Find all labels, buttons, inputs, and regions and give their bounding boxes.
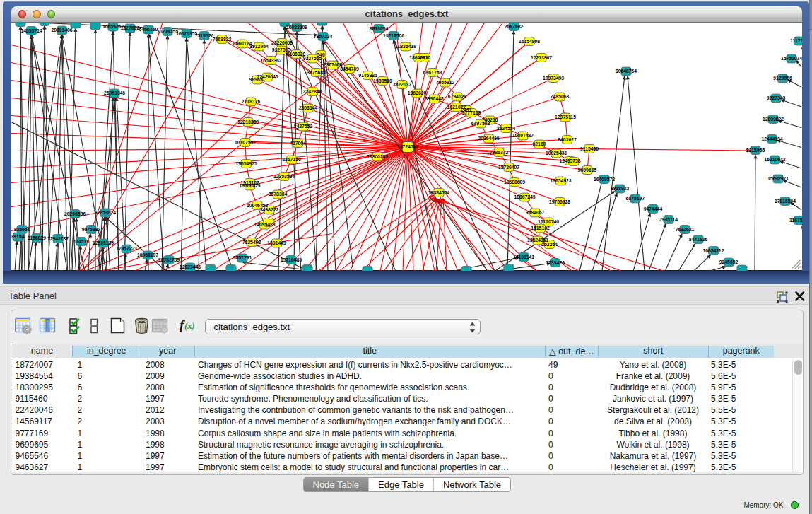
svg-text:10958107: 10958107 (137, 252, 158, 257)
svg-text:3498222: 3498222 (260, 207, 279, 212)
svg-text:9327505: 9327505 (303, 56, 322, 61)
svg-text:16154808: 16154808 (519, 38, 540, 43)
svg-text:114519: 114519 (73, 238, 90, 243)
svg-text:1733426: 1733426 (546, 259, 565, 264)
svg-text:2610: 2610 (420, 54, 430, 59)
svg-text:989651: 989651 (249, 77, 266, 82)
svg-text:16671355: 16671355 (176, 30, 197, 35)
svg-text:3624554: 3624554 (497, 125, 516, 130)
svg-text:7485063: 7485063 (551, 94, 570, 99)
svg-text:7986372: 7986372 (490, 149, 509, 154)
svg-text:26053346: 26053346 (104, 90, 125, 95)
svg-text:17359924: 17359924 (95, 210, 116, 215)
svg-text:10025433: 10025433 (546, 151, 567, 156)
svg-text:9084067: 9084067 (526, 210, 545, 215)
svg-text:10719155: 10719155 (157, 28, 178, 33)
svg-text:18807249: 18807249 (514, 194, 535, 199)
svg-text:9227343: 9227343 (767, 95, 786, 100)
svg-text:12923446: 12923446 (180, 264, 201, 269)
svg-text:20364436: 20364436 (478, 136, 499, 141)
svg-text:10107552: 10107552 (235, 139, 256, 144)
svg-text:18724007: 18724007 (397, 144, 418, 149)
svg-text:20206536: 20206536 (64, 211, 86, 216)
svg-text:1615132: 1615132 (531, 226, 550, 230)
svg-text:3912954: 3912954 (249, 44, 269, 49)
svg-text:14136141: 14136141 (513, 254, 534, 259)
svg-text:18300295: 18300295 (367, 154, 388, 159)
svg-text:835061: 835061 (14, 226, 30, 231)
svg-text:2935114: 2935114 (659, 216, 678, 221)
svg-text:2803144: 2803144 (299, 105, 318, 110)
svg-text:9146821: 9146821 (358, 72, 377, 77)
svg-text:7632621: 7632621 (676, 226, 695, 231)
svg-text:(x): (x) (184, 321, 195, 331)
svg-text:1527602: 1527602 (121, 25, 140, 30)
svg-text:8454749: 8454749 (340, 66, 359, 71)
svg-text:8990448: 8990448 (425, 96, 444, 101)
svg-text:1362620: 1362620 (408, 90, 427, 95)
svg-text:417004: 417004 (290, 140, 306, 145)
svg-text:1117534: 1117534 (790, 38, 802, 43)
svg-text:39154: 39154 (11, 234, 25, 239)
svg-text:8938923: 8938923 (611, 186, 630, 191)
svg-text:9245652: 9245652 (719, 259, 739, 264)
svg-text:7625402: 7625402 (242, 239, 261, 244)
svg-text:12213967: 12213967 (531, 54, 552, 59)
svg-text:12093822: 12093822 (763, 116, 784, 121)
svg-text:7515526: 7515526 (195, 33, 214, 37)
svg-text:17016504: 17016504 (775, 198, 796, 203)
svg-text:19756928: 19756928 (549, 199, 570, 204)
svg-text:7663822: 7663822 (213, 36, 232, 41)
svg-text:17957223: 17957223 (116, 246, 137, 251)
svg-text:14099489: 14099489 (254, 222, 275, 227)
svg-text:62160: 62160 (533, 141, 546, 146)
svg-text:1167533: 1167533 (789, 217, 802, 222)
svg-text:16409578: 16409578 (594, 176, 615, 181)
svg-text:6879197: 6879197 (626, 196, 645, 201)
svg-text:12942737: 12942737 (47, 235, 69, 240)
svg-text:19218506: 19218506 (383, 33, 404, 37)
svg-text:23226058: 23226058 (271, 40, 293, 45)
svg-text:1588520: 1588520 (373, 78, 392, 83)
svg-text:9463627: 9463627 (558, 136, 577, 141)
svg-text:16033809: 16033809 (286, 24, 307, 29)
svg-text:12444194: 12444194 (761, 136, 782, 141)
svg-text:12505135: 12505135 (93, 240, 114, 245)
svg-text:2718176: 2718176 (242, 99, 261, 104)
svg-text:19654923: 19654923 (550, 178, 571, 183)
svg-text:252254: 252254 (541, 241, 558, 246)
svg-text:8267150: 8267150 (282, 157, 301, 162)
svg-text:9474444: 9474444 (644, 206, 663, 211)
svg-text:1156829: 1156829 (28, 235, 46, 240)
svg-text:19166829: 19166829 (239, 183, 260, 188)
svg-text:10807487: 10807487 (512, 133, 534, 138)
svg-text:9777169: 9777169 (462, 110, 481, 115)
svg-text:8878334: 8878334 (269, 192, 288, 197)
svg-text:19654925: 19654925 (235, 160, 257, 165)
svg-text:19384554: 19384554 (428, 189, 449, 194)
svg-text:3242848: 3242848 (303, 88, 322, 93)
svg-text:10648764: 10648764 (616, 69, 637, 74)
svg-text:16120746: 16120746 (538, 219, 559, 224)
svg-text:1691449: 1691449 (267, 240, 286, 245)
svg-text:3822037: 3822037 (393, 81, 412, 86)
svg-text:10688609: 10688609 (504, 179, 525, 184)
svg-text:16543362: 16543362 (260, 57, 281, 62)
svg-text:16782759: 16782759 (158, 257, 180, 262)
svg-text:11325419: 11325419 (395, 44, 416, 49)
svg-text:8471626: 8471626 (689, 236, 708, 241)
svg-text:12213389: 12213389 (237, 119, 259, 124)
svg-text:15692971: 15692971 (767, 176, 789, 181)
svg-text:6466160: 6466160 (139, 27, 158, 32)
svg-text:6497568: 6497568 (471, 121, 490, 126)
svg-text:8813054: 8813054 (370, 25, 389, 30)
svg-text:12353594: 12353594 (273, 173, 295, 178)
svg-text:10973493: 10973493 (543, 75, 564, 80)
svg-text:7955812: 7955812 (436, 80, 455, 85)
svg-text:7357224: 7357224 (314, 33, 333, 38)
svg-text:6794028: 6794028 (448, 94, 467, 99)
svg-text:9699695: 9699695 (578, 167, 597, 172)
svg-text:2087682: 2087682 (505, 23, 524, 28)
svg-text:14055714: 14055714 (20, 28, 42, 33)
svg-text:9857791: 9857791 (233, 255, 252, 260)
